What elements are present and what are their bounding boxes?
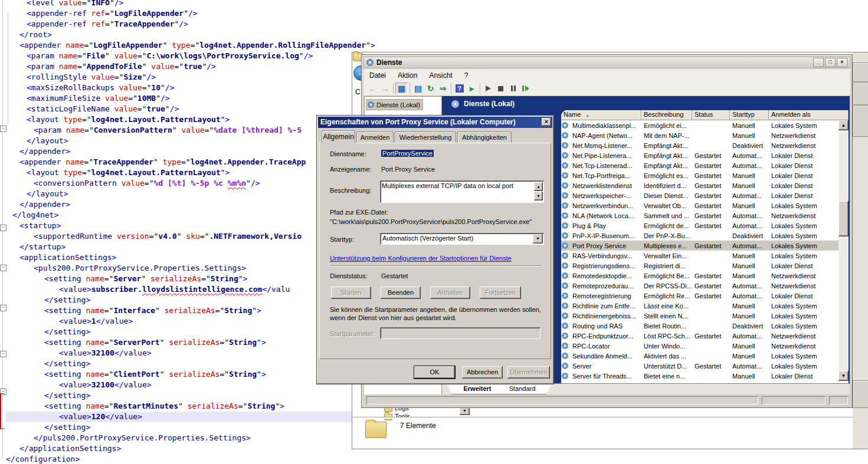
service-row-remoteregistrierung[interactable]: RemoteregistrierungErmöglicht Re...Gesta… bbox=[561, 291, 838, 301]
abbrechen-button[interactable]: Abbrechen bbox=[462, 366, 503, 379]
scroll-up-button[interactable]: ▲ bbox=[838, 120, 849, 130]
divider bbox=[352, 417, 868, 419]
service-row-netzwerkspeicher-[interactable]: Netzwerkspeicher-...Dieser Dienst...Gest… bbox=[561, 190, 838, 200]
forward-icon[interactable]: → bbox=[379, 83, 391, 94]
column-header-name[interactable]: Name▲ bbox=[561, 110, 641, 120]
properties-icon[interactable]: ▤ bbox=[412, 83, 424, 94]
extended-view-icon[interactable]: ▸ bbox=[466, 83, 478, 94]
service-row-routing-und-ras[interactable]: Routing und RASBietet Routin...Deaktivie… bbox=[561, 321, 838, 331]
beenden-button[interactable]: Beenden bbox=[381, 287, 421, 299]
maximize-button[interactable]: □ bbox=[825, 58, 836, 67]
menu-datei[interactable]: Datei bbox=[363, 70, 392, 81]
service-gear-icon bbox=[562, 373, 568, 379]
service-gear-icon bbox=[562, 312, 568, 319]
service-row-multimediaklassenpl-[interactable]: Multimediaklassenpl...Ermöglicht ei...Ma… bbox=[561, 120, 838, 130]
start-service-icon[interactable] bbox=[482, 83, 494, 94]
services-header-icon bbox=[451, 100, 459, 108]
starten-button[interactable]: Starten bbox=[331, 287, 371, 299]
service-row-ras-verbindungsv-[interactable]: RAS-Verbindungsv...Verwaltet Ein...Manue… bbox=[561, 251, 838, 261]
explorer-right-strip bbox=[853, 52, 868, 449]
pause-service-icon[interactable] bbox=[507, 83, 519, 94]
console-tree-icon[interactable]: ▦ bbox=[395, 83, 408, 94]
code-line: <setting name="RestartMinutes" serialize… bbox=[6, 401, 375, 412]
list-scrollbar[interactable]: ▲ ▼ bbox=[838, 120, 849, 381]
tab-wiederherstellung[interactable]: Wiederherstellung bbox=[395, 131, 456, 143]
dienststatus-value: Gestartet bbox=[381, 272, 408, 279]
service-row-rpc-endpunktzuor-[interactable]: RPC-Endpunktzuor...Löst RPC-Sch...Gestar… bbox=[561, 331, 838, 341]
help-icon[interactable]: ? bbox=[453, 83, 466, 94]
service-row-pnp-x-ip-busenum-[interactable]: PnP-X-IP-Busenum...Der PnP-X-Bu...Deakti… bbox=[561, 231, 838, 241]
column-header-anmelden-als[interactable]: Anmelden als bbox=[769, 110, 849, 120]
code-line: <maximumFileSize value="10MB"/> bbox=[6, 93, 375, 104]
service-row-sekund-re-anmeld-[interactable]: Sekundäre Anmeld...Aktiviert das ...Manu… bbox=[561, 351, 838, 361]
fold-marker[interactable]: − bbox=[0, 351, 6, 357]
fold-marker[interactable]: − bbox=[0, 305, 6, 311]
service-row-plug-play[interactable]: Plug & PlayErmöglicht de...GestartetAuto… bbox=[561, 221, 838, 231]
chevron-down-icon[interactable]: ▼ bbox=[533, 234, 543, 243]
fold-marker[interactable]: − bbox=[0, 225, 6, 231]
service-row-net-msmq-listener-[interactable]: Net.Msmq-Listener...Empfängt Akt...Deakt… bbox=[561, 140, 838, 150]
restart-service-icon[interactable] bbox=[519, 83, 532, 94]
status-cell bbox=[366, 396, 758, 404]
stop-service-icon[interactable] bbox=[494, 83, 507, 94]
fortsetzen-button[interactable]: Fortsetzen bbox=[480, 287, 521, 299]
dienstname-value[interactable]: PortProxyService bbox=[381, 150, 434, 157]
service-row-netzwerkverbindun-[interactable]: Netzwerkverbindun...Verwaltet Ob...Gesta… bbox=[561, 200, 838, 210]
column-header-status[interactable]: Status bbox=[692, 110, 730, 120]
export-list-icon[interactable]: ⇒ bbox=[437, 83, 449, 94]
anzeigename-label: Anzeigename: bbox=[330, 166, 371, 173]
dialog-title-bar[interactable]: Eigenschaften von Port Proxy Service (Lo… bbox=[318, 117, 552, 128]
tree-item-dienste-lokal[interactable]: Dienste (Lokal) bbox=[366, 99, 423, 110]
close-button[interactable]: × bbox=[837, 58, 847, 67]
tab-abhängigkeiten[interactable]: Abhängigkeiten bbox=[457, 131, 512, 143]
menu-ansicht[interactable]: Ansicht bbox=[423, 70, 458, 81]
back-icon[interactable]: ← bbox=[366, 83, 379, 94]
tab-anmelden[interactable]: Anmelden bbox=[356, 131, 394, 143]
tree-panel-footer bbox=[364, 384, 442, 394]
scroll-thumb[interactable] bbox=[838, 201, 849, 236]
service-gear-icon bbox=[562, 122, 568, 129]
fold-marker[interactable]: − bbox=[0, 126, 6, 132]
column-header-starttyp[interactable]: Starttyp bbox=[730, 110, 769, 120]
service-row-netzwerklistendienst[interactable]: NetzwerklistendienstIdentifiziert d...Ge… bbox=[561, 180, 838, 190]
service-row-remotedesktopdie-[interactable]: Remotedesktopdie...Ermöglicht Be...Gesta… bbox=[561, 271, 838, 281]
menu-aktion[interactable]: Aktion bbox=[392, 70, 423, 81]
ok-button[interactable]: OK bbox=[414, 366, 455, 379]
anhalten-button[interactable]: Anhalten bbox=[430, 287, 470, 299]
service-row-port-proxy-service[interactable]: Port Proxy ServiceMultiplexes e...Gestar… bbox=[561, 241, 838, 251]
service-properties-dialog: Eigenschaften von Port Proxy Service (Lo… bbox=[316, 115, 554, 384]
tab-allgemein[interactable]: Allgemein bbox=[322, 130, 355, 143]
uebernehmen-button[interactable]: Übernehmen bbox=[507, 366, 550, 379]
service-row-remoteprozedurau-[interactable]: Remoteprozedurau...Der RPCSS-Di...Gestar… bbox=[561, 281, 838, 291]
beschreibung-textarea[interactable]: Multiplexes external TCP/IP data on loca… bbox=[380, 180, 544, 203]
dropdown-button[interactable]: ▼ bbox=[460, 407, 470, 415]
fold-marker[interactable]: − bbox=[0, 265, 6, 271]
close-icon[interactable]: × bbox=[542, 118, 551, 126]
service-row-richtlinie-zum-entfe-[interactable]: Richtlinie zum Entfe...Lässt eine Ko...M… bbox=[561, 301, 838, 311]
service-row-server[interactable]: ServerUnterstützt D...GestartetAutomat..… bbox=[561, 361, 838, 371]
view-tab-standard[interactable]: Standard bbox=[493, 384, 552, 394]
scroll-up-icon[interactable]: ▲ bbox=[534, 182, 543, 191]
service-row-net-pipe-listenera-[interactable]: Net.Pipe-Listenera...Empfängt Akt...Gest… bbox=[561, 150, 838, 160]
startoptions-help-link[interactable]: Unterstützung beim Konfigurieren der Sta… bbox=[330, 255, 512, 262]
title-bar[interactable]: Dienste _ □ × bbox=[363, 57, 850, 68]
startparameter-input[interactable] bbox=[380, 327, 541, 339]
refresh-icon[interactable]: ↻ bbox=[424, 83, 437, 94]
service-row-richtlinienergebniss-[interactable]: Richtlinienergebniss...Stellt einen N...… bbox=[561, 311, 838, 321]
menu-help[interactable]: ? bbox=[458, 70, 474, 81]
service-row-registrierungsdiens-[interactable]: Registrierungsdiens...Registriert di...M… bbox=[561, 261, 838, 271]
column-header-beschreibung[interactable]: Beschreibung bbox=[641, 110, 692, 120]
minimize-button[interactable]: _ bbox=[813, 58, 824, 67]
scroll-down-icon[interactable]: ▼ bbox=[534, 192, 543, 200]
service-row-net-tcp-portfreiga-[interactable]: Net.Tcp-Portfreiga...Ermöglicht es...Ges… bbox=[561, 170, 838, 180]
service-row-net-tcp-listenerad-[interactable]: Net.Tcp-Listenerad...Empfängt Akt...Gest… bbox=[561, 160, 838, 170]
service-row-rpc-locator[interactable]: RPC-LocatorUnter Windo...ManuellNetzwerk… bbox=[561, 341, 838, 351]
starttyp-combobox[interactable]: Automatisch (Verzögerter Start) ▼ bbox=[380, 233, 544, 245]
service-row-server-f-r-threads-[interactable]: Server für Threads...Bietet eine n...Man… bbox=[561, 371, 838, 381]
service-row-nap-agent-netwo-[interactable]: NAP-Agent (Netwo...Mit dem NAP-...Manuel… bbox=[561, 130, 838, 140]
service-gear-icon bbox=[562, 192, 568, 199]
code-line: <rollingStyle value="Size"/> bbox=[6, 72, 375, 83]
status-cell bbox=[829, 396, 848, 404]
service-row-nla-network-loca-[interactable]: NLA (Network Loca...Sammelt und ...Gesta… bbox=[561, 210, 838, 221]
scroll-down-button[interactable]: ▼ bbox=[838, 371, 849, 381]
